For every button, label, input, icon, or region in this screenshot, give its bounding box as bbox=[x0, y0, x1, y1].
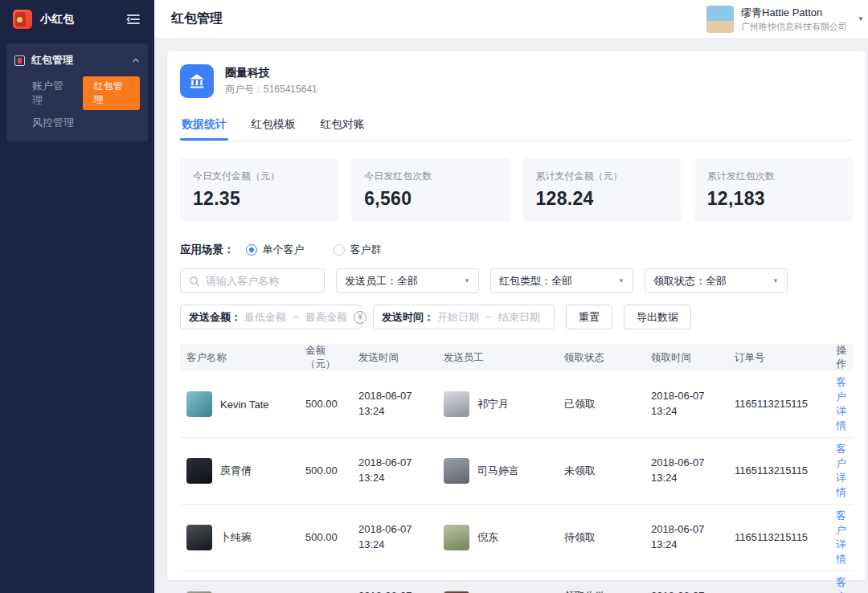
staff-cell: 司马婷言 bbox=[444, 458, 561, 484]
customer-detail-link[interactable]: 客户详情 bbox=[836, 443, 846, 498]
col-action: 操作 bbox=[836, 344, 846, 371]
chevron-down-icon: ▼ bbox=[858, 15, 864, 22]
stat-card-today-count: 今日发红包次数 6,560 bbox=[351, 158, 510, 222]
col-claim-status: 领取状态 bbox=[564, 351, 648, 365]
range-separator: － bbox=[289, 310, 302, 324]
main-card: 圈量科技 商户号：5165415641 数据统计 红包模板 红包对账 今日支付金… bbox=[167, 51, 866, 580]
status-cell: 待领取 bbox=[564, 530, 648, 546]
table-row: 庾霄倩 500.00 2018-06-0713:24 司马婷言 未领取 2018… bbox=[180, 438, 853, 505]
staff-avatar bbox=[444, 458, 469, 484]
date-range-label: 发送时间： bbox=[382, 310, 434, 325]
order-number-cell: 1165113215115 bbox=[735, 464, 833, 479]
select-value: 红包类型：全部 bbox=[499, 274, 572, 288]
radio-label: 客户群 bbox=[350, 243, 382, 257]
stat-value: 12,183 bbox=[707, 188, 840, 210]
tab-bar: 数据统计 红包模板 红包对账 bbox=[180, 112, 853, 141]
customer-search-input[interactable] bbox=[206, 275, 316, 287]
sidebar-item-red-packet-management[interactable]: 红包管理 bbox=[83, 76, 140, 110]
select-value: 发送员工：全部 bbox=[345, 274, 418, 288]
app-name: 小红包 bbox=[40, 12, 74, 27]
top-bar: 红包管理 缪青Hattie Patton 广州唯快信息科技有限公司 ▼ bbox=[154, 0, 868, 39]
table-header-row: 客户名称 金额（元） 发送时间 发送员工 领取状态 领取时间 订单号 操作 bbox=[180, 344, 853, 371]
app-logo: 小红包 bbox=[13, 10, 74, 29]
range-separator: － bbox=[482, 310, 495, 324]
table-row: 卜纯琬 500.00 2018-06-0713:24 倪东 待领取 2018-0… bbox=[180, 505, 853, 571]
staff-cell: 倪东 bbox=[444, 525, 561, 550]
select-claim-status[interactable]: 领取状态：全部 ▼ bbox=[645, 268, 788, 293]
radio-single-customer[interactable]: 单个客户 bbox=[246, 243, 305, 257]
sidebar-group-label: 红包管理 bbox=[31, 53, 125, 67]
staff-avatar bbox=[444, 391, 469, 417]
table-row: Kevin Tate 500.00 2018-06-0713:24 祁宁月 已领… bbox=[180, 371, 853, 438]
customer-name: Kevin Tate bbox=[220, 399, 268, 411]
user-meta: 缪青Hattie Patton 广州唯快信息科技有限公司 bbox=[741, 6, 847, 33]
stat-card-total-count: 累计发红包次数 12,183 bbox=[694, 158, 853, 222]
red-packet-table: 客户名称 金额（元） 发送时间 发送员工 领取状态 领取时间 订单号 操作 Ke… bbox=[180, 344, 853, 593]
export-data-button[interactable]: 导出数据 bbox=[624, 305, 691, 329]
sidebar-sub-row: 账户管理 红包管理 bbox=[6, 74, 148, 112]
user-name: 缪青Hattie Patton bbox=[741, 6, 847, 20]
customer-detail-link[interactable]: 客户详情 bbox=[836, 509, 846, 565]
caret-down-icon: ▼ bbox=[618, 277, 624, 284]
user-menu[interactable]: 缪青Hattie Patton 广州唯快信息科技有限公司 ▼ bbox=[706, 6, 864, 33]
reset-button[interactable]: 重置 bbox=[566, 305, 612, 329]
select-send-staff[interactable]: 发送员工：全部 ▼ bbox=[336, 268, 479, 293]
table-row: 韩纨芝 500.00 2018-06-0713:24 Leona Murray … bbox=[180, 571, 853, 593]
customer-cell: 卜纯琬 bbox=[186, 525, 302, 550]
start-date-placeholder: 开始日期 bbox=[437, 310, 479, 325]
order-number-cell: 1165113215115 bbox=[735, 397, 833, 412]
customer-detail-link[interactable]: 客户详情 bbox=[836, 376, 846, 431]
stat-label: 累计发红包次数 bbox=[707, 170, 840, 183]
scene-selector: 应用场景： 单个客户 客户群 bbox=[180, 243, 853, 257]
col-send-staff: 发送员工 bbox=[444, 351, 561, 365]
search-icon bbox=[189, 276, 200, 287]
tab-red-packet-template[interactable]: 红包模板 bbox=[249, 112, 297, 140]
action-cell: 客户详情 bbox=[836, 375, 846, 433]
amount-cell: 500.00 bbox=[305, 397, 355, 412]
action-cell: 客户详情 bbox=[836, 509, 846, 566]
red-packet-logo-icon bbox=[13, 10, 32, 29]
amount-range-label: 发送金额： bbox=[189, 310, 241, 325]
stat-label: 今日发红包次数 bbox=[364, 170, 497, 183]
customer-detail-link[interactable]: 客户详情 bbox=[836, 576, 846, 593]
select-value: 领取状态：全部 bbox=[653, 274, 727, 288]
amount-range-box[interactable]: 发送金额： 最低金额 － 最高金额 ¥ bbox=[180, 305, 362, 329]
receive-time-cell: 2018-06-0713:24 bbox=[651, 389, 731, 419]
customer-name: 卜纯琬 bbox=[220, 530, 252, 545]
stat-value: 6,560 bbox=[364, 188, 497, 210]
radio-label: 单个客户 bbox=[263, 243, 305, 257]
caret-down-icon: ▼ bbox=[464, 277, 470, 284]
tab-red-packet-reconciliation[interactable]: 红包对账 bbox=[318, 112, 366, 140]
sidebar-item-account-management[interactable]: 账户管理 bbox=[32, 79, 70, 108]
select-red-packet-type[interactable]: 红包类型：全部 ▼ bbox=[490, 268, 633, 293]
staff-name: 司马婷言 bbox=[477, 464, 519, 478]
col-send-time: 发送时间 bbox=[358, 351, 440, 365]
send-time-cell: 2018-06-0713:24 bbox=[358, 456, 440, 486]
max-amount-placeholder: 最高金额 bbox=[305, 310, 347, 325]
sidebar-sub-row: 风控管理 bbox=[6, 112, 148, 133]
user-avatar bbox=[706, 6, 734, 33]
sidebar-collapse-icon[interactable] bbox=[125, 11, 141, 27]
main-area: 红包管理 缪青Hattie Patton 广州唯快信息科技有限公司 ▼ bbox=[154, 0, 868, 593]
col-order-number: 订单号 bbox=[735, 351, 833, 365]
tab-data-statistics[interactable]: 数据统计 bbox=[180, 112, 228, 140]
date-range-box[interactable]: 发送时间： 开始日期 － 结束日期 bbox=[373, 305, 555, 329]
filter-row-1: 发送员工：全部 ▼ 红包类型：全部 ▼ 领取状态：全部 ▼ bbox=[180, 268, 853, 293]
stat-value: 128.24 bbox=[536, 188, 669, 210]
col-amount: 金额（元） bbox=[305, 344, 355, 371]
status-cell: 未领取 bbox=[564, 464, 648, 479]
order-number-cell: 1165113215115 bbox=[735, 530, 833, 546]
merchant-bank-icon bbox=[180, 64, 214, 98]
merchant-info: 圈量科技 商户号：5165415641 bbox=[180, 63, 853, 109]
staff-name: 倪东 bbox=[477, 530, 498, 545]
currency-yuan-icon: ¥ bbox=[354, 311, 366, 324]
end-date-placeholder: 结束日期 bbox=[498, 310, 540, 325]
sidebar-item-risk-management[interactable]: 风控管理 bbox=[32, 116, 74, 130]
sidebar-group-red-packet[interactable]: 红包管理 bbox=[6, 50, 148, 74]
send-time-cell: 2018-06-0713:24 bbox=[358, 589, 440, 593]
col-claim-time: 领取时间 bbox=[651, 351, 731, 365]
sidebar: 小红包 红包管理 账户管理 红包管理 风控管理 bbox=[0, 0, 154, 593]
radio-customer-group[interactable]: 客户群 bbox=[334, 243, 382, 257]
customer-avatar bbox=[186, 391, 212, 417]
send-time-cell: 2018-06-0713:24 bbox=[358, 389, 440, 419]
